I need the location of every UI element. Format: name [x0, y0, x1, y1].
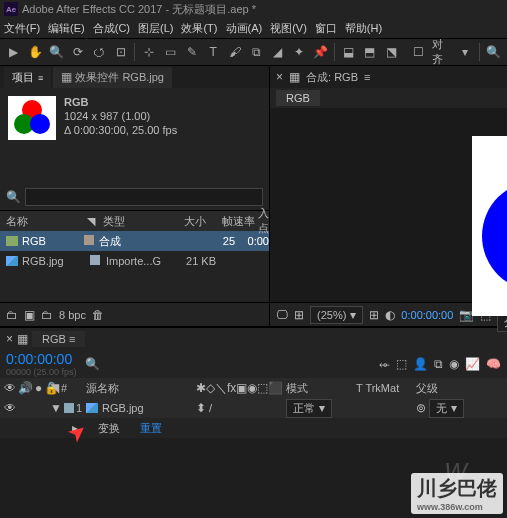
project-item-row[interactable]: RGB 合成 25 0:00 [0, 231, 269, 251]
comp-duration: Δ 0:00:30:00, 25.00 fps [64, 124, 177, 136]
frame-blend-icon[interactable]: ⧉ [434, 357, 443, 371]
interpret-footage-icon[interactable]: 🗀 [6, 308, 18, 322]
window-titlebar: Ae Adobe After Effects CC 2017 - 无标题项目.a… [0, 0, 507, 18]
col-label-icon[interactable]: ◥ [87, 215, 103, 228]
current-timecode[interactable]: 0:00:00:00 [6, 351, 77, 367]
project-items-grid: 名称 ◥ 类型 大小 帧速率 入点 RGB 合成 25 0:00 RGB.jpg… [0, 211, 269, 302]
graph-editor-icon[interactable]: 📈 [465, 357, 480, 371]
transform-group[interactable]: 变换 [98, 421, 120, 436]
col-parent[interactable]: 父级 [416, 381, 507, 396]
comp-tab[interactable]: RGB [276, 90, 320, 106]
panel-grip-icon: ▦ [17, 332, 28, 346]
hand-tool-icon[interactable]: ✋ [27, 43, 42, 61]
menu-animation[interactable]: 动画(A) [226, 21, 263, 36]
anchor-tool-icon[interactable]: ⊹ [141, 43, 156, 61]
timeline-tab[interactable]: RGB ≡ [32, 331, 85, 347]
align-label[interactable]: 对齐 [432, 37, 451, 67]
col-size[interactable]: 大小 [171, 214, 219, 229]
pickwhip-icon[interactable]: ⊚ [416, 401, 426, 415]
project-search-input[interactable] [25, 188, 263, 206]
composition-viewer[interactable] [270, 108, 507, 302]
lock-icon[interactable]: × [276, 70, 283, 84]
new-comp-icon[interactable]: ▣ [24, 308, 35, 322]
col-inpoint[interactable]: 入点 [258, 206, 269, 236]
tl-search-icon[interactable]: 🔍 [85, 357, 100, 371]
orbit-tool-icon[interactable]: ⟳ [70, 43, 85, 61]
tool-bar: ▶ ✋ 🔍 ⟳ ⭯ ⊡ ⊹ ▭ ✎ T 🖌 ⧉ ◢ ✦ 📌 ⬓ ⬒ ⬔ ☐ 对齐… [0, 38, 507, 66]
window-title: Adobe After Effects CC 2017 - 无标题项目.aep … [22, 2, 256, 17]
rotate-tool-icon[interactable]: ⭯ [92, 43, 107, 61]
motion-blur-icon[interactable]: ◉ [449, 357, 459, 371]
menu-help[interactable]: 帮助(H) [345, 21, 382, 36]
menu-bar: 文件(F) 编辑(E) 合成(C) 图层(L) 效果(T) 动画(A) 视图(V… [0, 18, 507, 38]
brush-tool-icon[interactable]: 🖌 [227, 43, 242, 61]
timeline-layer-row[interactable]: 👁 ▼1 RGB.jpg ⬍ / 正常▾ ⊚ 无▾ [0, 398, 507, 418]
view-axis-icon[interactable]: ⬔ [384, 43, 399, 61]
separator [134, 43, 135, 61]
menu-effect[interactable]: 效果(T) [181, 21, 217, 36]
selection-tool-icon[interactable]: ▶ [6, 43, 21, 61]
blend-mode-dropdown[interactable]: 正常▾ [286, 399, 332, 418]
bpc-button[interactable]: 8 bpc [59, 309, 86, 321]
col-source-name[interactable]: 源名称 [86, 381, 196, 396]
zoom-dropdown[interactable]: (25%)▾ [310, 306, 363, 324]
col-name[interactable]: 名称 [0, 214, 87, 229]
res-icon[interactable]: ⊞ [294, 308, 304, 322]
local-axis-icon[interactable]: ⬓ [341, 43, 356, 61]
col-trkmat[interactable]: T TrkMat [356, 382, 416, 394]
draft3d-icon[interactable]: ⬚ [396, 357, 407, 371]
menu-composition[interactable]: 合成(C) [93, 21, 130, 36]
rect-tool-icon[interactable]: ▭ [163, 43, 178, 61]
delete-icon[interactable]: 🗑 [92, 308, 104, 322]
twirl-transform-icon[interactable]: ▸ [72, 421, 78, 435]
viewer-timecode[interactable]: 0:00:00:00 [401, 309, 453, 321]
brain-icon[interactable]: 🧠 [486, 357, 501, 371]
pen-tool-icon[interactable]: ✎ [184, 43, 199, 61]
col-mode[interactable]: 模式 [286, 381, 356, 396]
camera-tool-icon[interactable]: ⊡ [113, 43, 128, 61]
menu-view[interactable]: 视图(V) [270, 21, 307, 36]
search-help-icon[interactable]: 🔍 [486, 43, 501, 61]
layer-image-icon [86, 403, 98, 413]
mag-ratio-icon[interactable]: 🖵 [276, 308, 288, 322]
parent-dropdown[interactable]: 无▾ [429, 399, 464, 418]
puppet-tool-icon[interactable]: 📌 [313, 43, 328, 61]
align-chevron-icon[interactable]: ▾ [457, 43, 472, 61]
app-icon: Ae [4, 2, 18, 16]
watermark-text: 川乡巴佬 www.386w.com [411, 473, 503, 514]
col-type[interactable]: 类型 [103, 214, 171, 229]
timeline-panel: × ▦ RGB ≡ 0:00:00:00 00000 (25.00 fps) 🔍… [0, 326, 507, 438]
mask-toggle-icon[interactable]: ◐ [385, 308, 395, 322]
roto-tool-icon[interactable]: ✦ [291, 43, 306, 61]
twirl-icon[interactable]: ▼ [50, 401, 62, 415]
close-tab-icon[interactable]: × [6, 332, 13, 346]
menu-file[interactable]: 文件(F) [4, 21, 40, 36]
comp-header-label: 合成: RGB [306, 70, 358, 85]
tab-project[interactable]: 项目≡ [4, 67, 51, 88]
comp-mini-flow-icon[interactable]: ⬰ [379, 357, 390, 371]
composition-panel: × ▦ 合成: RGB ≡ RGB 🖵 ⊞ (25%)▾ ⊞ ◐ 0:00:00… [270, 66, 507, 326]
grid-icon[interactable]: ▦ [289, 70, 300, 84]
clone-tool-icon[interactable]: ⧉ [248, 43, 263, 61]
image-icon [6, 256, 18, 266]
project-item-row[interactable]: RGB.jpg Importe...G 21 KB [0, 251, 269, 271]
menu-edit[interactable]: 编辑(E) [48, 21, 85, 36]
new-folder-icon[interactable]: 🗀 [41, 308, 53, 322]
canvas [472, 136, 507, 316]
eraser-tool-icon[interactable]: ◢ [270, 43, 285, 61]
col-framerate[interactable]: 帧速率 [219, 214, 258, 229]
menu-window[interactable]: 窗口 [315, 21, 337, 36]
reset-link[interactable]: 重置 [140, 421, 162, 436]
eye-icon[interactable]: 👁 [4, 401, 16, 415]
zoom-tool-icon[interactable]: 🔍 [49, 43, 64, 61]
snap-icon[interactable]: ☐ [411, 43, 426, 61]
text-tool-icon[interactable]: T [206, 43, 221, 61]
shy-icon[interactable]: 👤 [413, 357, 428, 371]
watermark-logo: W [444, 458, 467, 486]
menu-layer[interactable]: 图层(L) [138, 21, 173, 36]
grid-toggle-icon[interactable]: ⊞ [369, 308, 379, 322]
project-panel: 项目≡ ▦ 效果控件 RGB.jpg RGB 1024 x 987 (1.00)… [0, 66, 270, 326]
tab-effect-controls[interactable]: ▦ 效果控件 RGB.jpg [53, 67, 172, 88]
world-axis-icon[interactable]: ⬒ [362, 43, 377, 61]
video-col-icon: 👁 [4, 381, 16, 395]
